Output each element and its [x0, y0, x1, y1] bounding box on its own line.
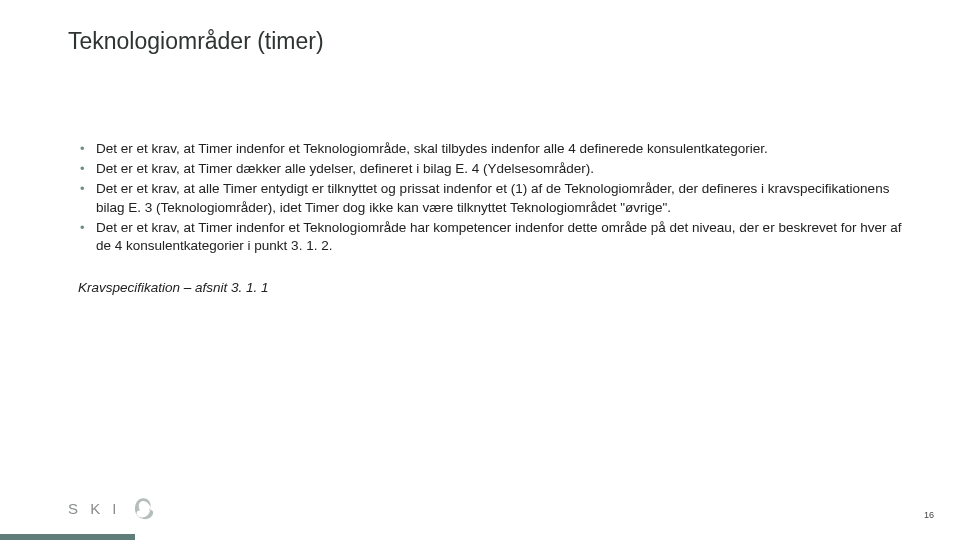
slide-title: Teknologiområder (timer) — [68, 28, 324, 55]
bullet-item: Det er et krav, at alle Timer entydigt e… — [78, 180, 910, 216]
footer-accent-bar — [0, 534, 135, 540]
bullet-list: Det er et krav, at Timer indenfor et Tek… — [78, 140, 910, 255]
logo: S K I — [68, 494, 157, 522]
caption: Kravspecifikation – afsnit 3. 1. 1 — [78, 279, 910, 297]
slide: Teknologiområder (timer) Det er et krav,… — [0, 0, 960, 540]
logo-text: S K I — [68, 500, 121, 517]
bullet-item: Det er et krav, at Timer dækker alle yde… — [78, 160, 910, 178]
logo-mark-icon — [129, 494, 157, 522]
bullet-item: Det er et krav, at Timer indenfor et Tek… — [78, 219, 910, 255]
bullet-item: Det er et krav, at Timer indenfor et Tek… — [78, 140, 910, 158]
page-number: 16 — [924, 510, 934, 520]
slide-content: Det er et krav, at Timer indenfor et Tek… — [78, 140, 910, 298]
